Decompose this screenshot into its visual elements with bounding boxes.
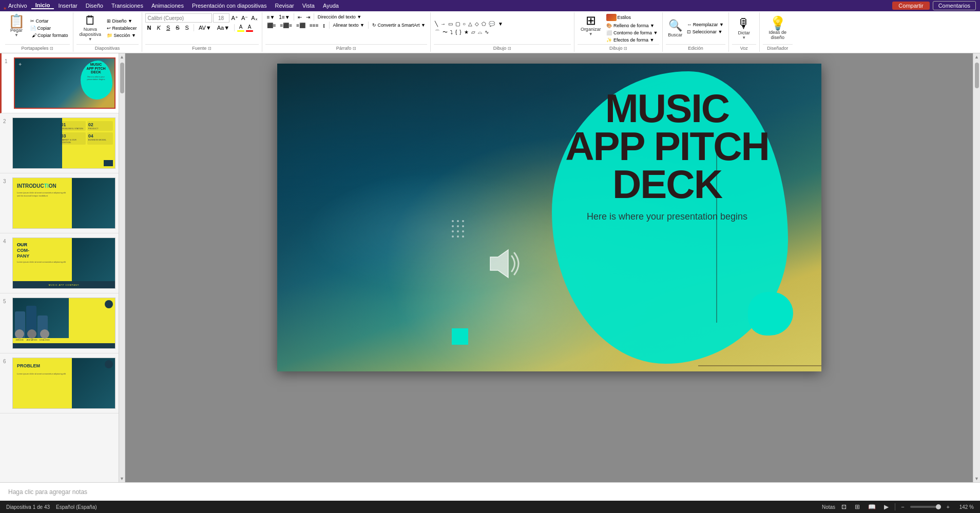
- normal-view-button[interactable]: ⊡: [839, 503, 849, 511]
- text-case-button[interactable]: Aa▼: [215, 24, 232, 31]
- shapes-more[interactable]: ▼: [496, 21, 505, 27]
- shadow-button[interactable]: S: [183, 24, 191, 31]
- slide-number-2: 2: [3, 117, 10, 124]
- slide-item-5[interactable]: 5: [0, 293, 119, 353]
- dictate-button[interactable]: 🎙 Dictar ▼: [732, 13, 756, 43]
- strikethrough-button[interactable]: S: [174, 24, 181, 31]
- italic-button[interactable]: K: [155, 24, 163, 31]
- section-button[interactable]: 📁 Sección ▼: [105, 32, 139, 38]
- oval-tool[interactable]: ○: [462, 21, 467, 27]
- ribbon-group-organizar: ⊞ Organizar ▼ Estilos 🎨 Relleno de forma…: [574, 12, 663, 52]
- align-center-button[interactable]: ≡⬛≡: [278, 22, 294, 29]
- search-button[interactable]: 🔍 Buscar: [666, 18, 684, 38]
- menu-ayuda[interactable]: Ayuda: [319, 3, 343, 9]
- new-slide-button[interactable]: 🗒 Nuevadiapositiva ▼: [76, 13, 105, 43]
- smartart-button[interactable]: ↻ Convertir a SmartArt ▼: [371, 22, 427, 28]
- layout-button[interactable]: ⊞ Diseño ▼: [105, 18, 139, 24]
- menu-presentacion[interactable]: Presentación con diapositivas: [188, 3, 271, 9]
- parallelogram-tool[interactable]: ▱: [470, 29, 476, 35]
- reset-button[interactable]: ↩ Restablecer: [105, 25, 139, 31]
- slide-panel-scrollbar[interactable]: ▲ ▼: [119, 53, 125, 482]
- menu-revisar[interactable]: Revisar: [271, 3, 298, 9]
- rect-tool[interactable]: ▭: [447, 21, 454, 27]
- bullets-button[interactable]: ≡▼: [265, 14, 277, 21]
- reading-view-button[interactable]: 📖: [866, 503, 878, 511]
- arrow-tool[interactable]: →: [439, 21, 447, 27]
- font-size-input[interactable]: [213, 13, 229, 23]
- menu-transiciones[interactable]: Transiciones: [107, 3, 147, 9]
- slide-item-6[interactable]: 6 PROBLEM Lorem ipsum dolor sit amet con…: [0, 353, 119, 413]
- underline-button[interactable]: S: [164, 24, 172, 31]
- comments-button[interactable]: Comentarios: [933, 1, 976, 10]
- design-ideas-button[interactable]: 💡 Ideas dediseño: [763, 13, 793, 43]
- menu-diseno[interactable]: Diseño: [82, 3, 107, 9]
- char-spacing-button[interactable]: AV▼: [197, 24, 214, 31]
- diamond-tool[interactable]: ◇: [474, 21, 480, 27]
- menu-inicio[interactable]: Inicio: [31, 2, 54, 9]
- copy-format-button[interactable]: 🖌 Copiar formato: [29, 32, 70, 38]
- numbering-button[interactable]: 1≡▼: [277, 14, 291, 21]
- wave-tool[interactable]: ∿: [484, 29, 490, 35]
- shape-effects-button[interactable]: ✨ Efectos de forma ▼: [605, 37, 659, 43]
- indent-more-button[interactable]: ⇥: [304, 14, 312, 21]
- trapezoid-tool[interactable]: ⌓: [477, 29, 483, 36]
- copy-button[interactable]: 📄 Copiar: [29, 25, 70, 31]
- ribbon-group-edicion: 🔍 Buscar ↔ Reemplazar ▼ ⊡ Seleccionar ▼ …: [663, 12, 728, 52]
- ribbon-group-dibujo: ╲ → ▭ ▢ ○ △ ◇ ⬠ 💬 ▼ ⌒ 〜 ⤵: [431, 12, 574, 52]
- justify-button[interactable]: ≡≡≡: [308, 22, 320, 29]
- menu-animaciones[interactable]: Animaciones: [147, 3, 188, 9]
- line-tool[interactable]: ╲: [434, 21, 439, 27]
- triangle-tool[interactable]: △: [467, 21, 473, 27]
- replace-button[interactable]: ↔ Reemplazar ▼: [685, 22, 725, 28]
- font-name-input[interactable]: [145, 13, 212, 23]
- share-button[interactable]: Compartir: [892, 2, 929, 10]
- slide-item-1[interactable]: 1 MUSICAPP PITCHDECK Here is where yourp…: [0, 53, 119, 113]
- shape-outline-button[interactable]: ⬜ Contorno de forma ▼: [605, 30, 659, 36]
- notes-bar[interactable]: Haga clic para agregar notas: [0, 482, 980, 501]
- curve-tool[interactable]: ⌒: [434, 28, 441, 36]
- select-button[interactable]: ⊡ Seleccionar ▼: [685, 29, 725, 35]
- slide-number-4: 4: [3, 238, 10, 244]
- rounded-rect-tool[interactable]: ▢: [454, 21, 461, 27]
- shape-fill-button[interactable]: 🎨 Relleno de forma ▼: [605, 23, 659, 29]
- align-text-button[interactable]: Alinear texto ▼: [332, 22, 366, 28]
- paste-button[interactable]: 📋 Pegar ▼: [5, 13, 28, 43]
- font-color-button[interactable]: A: [246, 24, 253, 30]
- organize-button[interactable]: ⊞ Organizar ▼: [578, 13, 604, 43]
- freeform-tool[interactable]: 〜: [441, 28, 449, 36]
- canvas-scrollbar[interactable]: ▲ ▼: [973, 53, 980, 482]
- bold-button[interactable]: N: [145, 24, 153, 31]
- brace-tool[interactable]: }: [458, 29, 462, 35]
- cut-button[interactable]: ✂ Cortar: [29, 18, 70, 24]
- zoom-slider[interactable]: [910, 506, 941, 508]
- slide-item-2[interactable]: 2 01 PROBLEM EL STATION 02 PRODU: [0, 113, 119, 173]
- columns-button[interactable]: ⫿: [321, 22, 327, 29]
- align-right-button[interactable]: ≡⬛: [295, 22, 307, 29]
- menu-insertar[interactable]: Insertar: [54, 3, 81, 9]
- notes-toggle[interactable]: Notas: [822, 504, 835, 510]
- text-direction-button[interactable]: Dirección del texto ▼: [316, 14, 363, 20]
- callout-tool[interactable]: 💬: [488, 21, 496, 27]
- slideshow-button[interactable]: ▶: [882, 503, 891, 511]
- font-decrease-button[interactable]: A⁻: [240, 14, 249, 22]
- highlight-button[interactable]: A: [238, 24, 244, 30]
- main-slide[interactable]: MUSIC APP PITCH DECK Here is where your …: [277, 64, 821, 371]
- align-left-button[interactable]: ⬛≡: [265, 22, 278, 29]
- bracket-tool[interactable]: {: [454, 29, 458, 35]
- pentagon-tool[interactable]: ⬠: [481, 21, 487, 27]
- font-increase-button[interactable]: A⁺: [230, 14, 239, 22]
- styles-button[interactable]: Estilos: [605, 13, 659, 22]
- menu-file[interactable]: Archivo: [4, 3, 31, 9]
- menu-vista[interactable]: Vista: [298, 3, 319, 9]
- zoom-out-button[interactable]: −: [899, 503, 906, 510]
- zoom-in-button[interactable]: +: [945, 503, 951, 510]
- connector-tool[interactable]: ⤵: [449, 29, 454, 35]
- menu-bar: Archivo Inicio Insertar Diseño Transicio…: [0, 0, 980, 11]
- slide-sorter-button[interactable]: ⊞: [853, 503, 862, 511]
- slide-item-3[interactable]: 3 INTRODUCTION Lorem ipsum dolor sit ame…: [0, 173, 119, 233]
- slide-item-4[interactable]: 4 OUR OURCOM-PANY Lorem ipsum dolor sit …: [0, 233, 119, 293]
- star-tool[interactable]: ★: [463, 29, 470, 35]
- slide-number-3: 3: [3, 177, 10, 184]
- clear-format-button[interactable]: Aₓ: [250, 14, 258, 22]
- indent-less-button[interactable]: ⇤: [296, 14, 303, 21]
